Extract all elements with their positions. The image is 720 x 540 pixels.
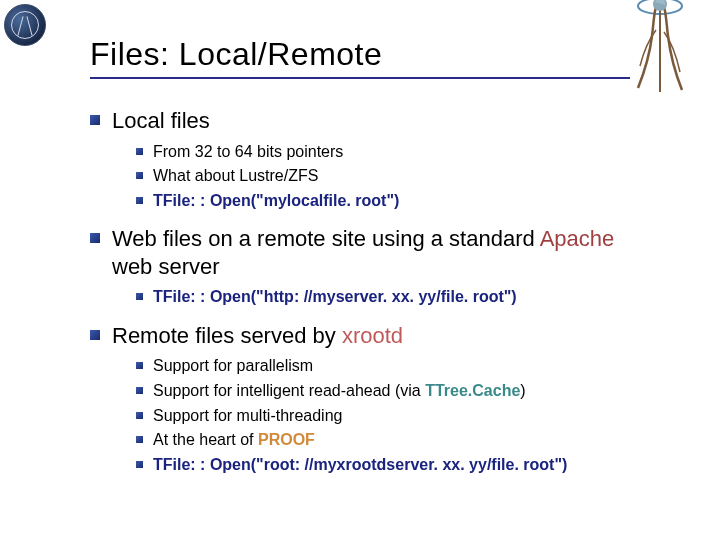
list-item: TFile: : Open("http: //myserver. xx. yy/…: [136, 286, 630, 308]
item-text: Support for parallelism: [153, 355, 313, 377]
square-bullet-icon: [90, 115, 100, 125]
list-item: TFile: : Open("mylocalfile. root"): [136, 190, 630, 212]
heading-text: Remote files served by xrootd: [112, 322, 403, 350]
square-bullet-icon: [136, 172, 143, 179]
heading-text: Web files on a remote site using a stand…: [112, 225, 630, 280]
square-bullet-icon: [90, 330, 100, 340]
root-tree-icon: [624, 0, 696, 100]
square-bullet-icon: [136, 362, 143, 369]
section-heading: Local files: [90, 107, 630, 135]
square-bullet-icon: [136, 387, 143, 394]
subitem-group: TFile: : Open("http: //myserver. xx. yy/…: [136, 286, 630, 308]
item-text: TFile: : Open("root: //myxrootdserver. x…: [153, 454, 567, 476]
cern-logo: [4, 4, 46, 46]
item-text: Support for multi-threading: [153, 405, 342, 427]
list-item: Support for parallelism: [136, 355, 630, 377]
section-heading: Web files on a remote site using a stand…: [90, 225, 630, 280]
item-text: What about Lustre/ZFS: [153, 165, 318, 187]
subitem-group: Support for parallelismSupport for intel…: [136, 355, 630, 475]
list-item: From 32 to 64 bits pointers: [136, 141, 630, 163]
list-item: What about Lustre/ZFS: [136, 165, 630, 187]
square-bullet-icon: [136, 436, 143, 443]
list-item: Support for intelligent read-ahead (via …: [136, 380, 630, 402]
heading-text: Local files: [112, 107, 210, 135]
list-item: At the heart of PROOF: [136, 429, 630, 451]
square-bullet-icon: [136, 461, 143, 468]
square-bullet-icon: [136, 148, 143, 155]
section-heading: Remote files served by xrootd: [90, 322, 630, 350]
item-text: From 32 to 64 bits pointers: [153, 141, 343, 163]
item-text: At the heart of PROOF: [153, 429, 315, 451]
list-item: Support for multi-threading: [136, 405, 630, 427]
item-text: Support for intelligent read-ahead (via …: [153, 380, 526, 402]
slide: Files: Local/Remote Local filesFrom 32 t…: [0, 0, 720, 540]
slide-title: Files: Local/Remote: [90, 36, 630, 79]
list-item: TFile: : Open("root: //myxrootdserver. x…: [136, 454, 630, 476]
square-bullet-icon: [136, 293, 143, 300]
item-text: TFile: : Open("mylocalfile. root"): [153, 190, 399, 212]
item-text: TFile: : Open("http: //myserver. xx. yy/…: [153, 286, 517, 308]
square-bullet-icon: [90, 233, 100, 243]
square-bullet-icon: [136, 412, 143, 419]
slide-content: Local filesFrom 32 to 64 bits pointersWh…: [90, 107, 630, 475]
square-bullet-icon: [136, 197, 143, 204]
subitem-group: From 32 to 64 bits pointersWhat about Lu…: [136, 141, 630, 212]
